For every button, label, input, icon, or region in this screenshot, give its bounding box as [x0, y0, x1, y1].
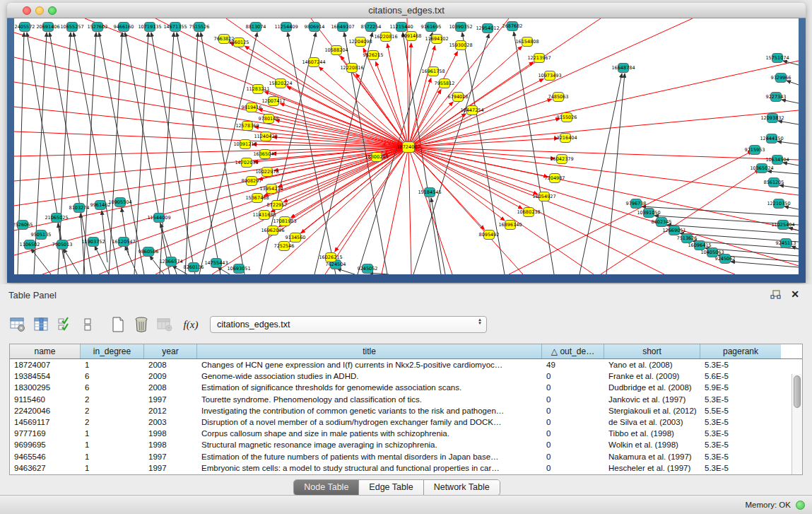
tab-node-table[interactable]: Node Table	[294, 480, 359, 495]
table-row[interactable]: 911546021997Tourette syndrome. Phenomeno…	[10, 394, 802, 405]
graph-edge-red[interactable]	[408, 18, 509, 147]
cell-name: 14569117	[10, 416, 81, 428]
column-visibility-icon[interactable]	[32, 315, 50, 334]
graph-edge-red[interactable]	[283, 147, 408, 202]
graph-edge-red[interactable]	[14, 147, 408, 156]
graph-edge-black[interactable]	[789, 228, 799, 230]
window-titlebar[interactable]: citations_edges.txt	[7, 3, 806, 18]
table-row[interactable]: 1830029562008Estimation of significance …	[10, 382, 802, 393]
graph-edge-black[interactable]	[787, 81, 799, 85]
tab-network-table[interactable]: Network Table	[424, 480, 500, 495]
graph-edge-black[interactable]	[102, 211, 107, 262]
graph-edge-red[interactable]	[387, 44, 408, 147]
cell-out_degree: 0	[542, 462, 604, 474]
graph-edge-black[interactable]	[64, 249, 79, 274]
function-builder-icon[interactable]: f(x)	[182, 315, 200, 334]
graph-edge-red[interactable]	[408, 147, 555, 158]
table-row[interactable]: 1938455462009Genome-wide association stu…	[10, 370, 802, 382]
column-header-pagerank[interactable]: pagerank	[700, 344, 781, 358]
table-row[interactable]: 969969511998Structural magnetic resonanc…	[10, 439, 802, 450]
graph-edge-red[interactable]	[14, 147, 408, 181]
table-panel-header: Table Panel ✕	[0, 284, 812, 305]
graph-edge-red[interactable]	[376, 62, 408, 147]
cell-name: 9465546	[10, 451, 81, 462]
network-canvas[interactable]: 2405572206914061065525715276029466160107…	[14, 18, 799, 274]
graph-node-label: 12366574	[159, 259, 182, 264]
graph-edge-red[interactable]	[408, 147, 799, 195]
column-header-out_degree[interactable]: △ out_de…	[542, 344, 604, 358]
cell-out_degree: 0	[542, 405, 604, 416]
graph-edge-black[interactable]	[431, 198, 445, 274]
graph-node-label: 9796738	[626, 201, 647, 206]
graph-edge-black[interactable]	[782, 100, 799, 103]
cell-name: 9777169	[10, 428, 81, 439]
graph-edge-black[interactable]	[177, 33, 220, 274]
cell-pagerank: 5.3E-5	[700, 439, 781, 450]
graph-node-label: 15367488	[245, 195, 269, 201]
cell-name: 19384554	[10, 370, 81, 382]
graph-edge-black[interactable]	[778, 121, 799, 124]
graph-node-label: 15751074	[765, 55, 789, 61]
table-row[interactable]: 2242004622012Investigating the contribut…	[10, 405, 802, 416]
select-rows-icon[interactable]	[55, 315, 73, 334]
close-panel-icon[interactable]: ✕	[791, 288, 799, 300]
table-row[interactable]: 977716911998Corpus callosum shape and si…	[10, 428, 802, 439]
graph-edge-red[interactable]	[408, 43, 411, 147]
graph-edge-red[interactable]	[14, 147, 408, 206]
graph-edge-black[interactable]	[185, 33, 198, 274]
graph-edge-red[interactable]	[259, 147, 408, 180]
graph-edge-black[interactable]	[462, 33, 505, 274]
column-header-short[interactable]: short	[604, 344, 700, 358]
graph-edge-black[interactable]	[18, 33, 24, 274]
column-header-title[interactable]: title	[197, 344, 542, 358]
graph-edge-black[interactable]	[122, 208, 129, 255]
scrollbar-thumb[interactable]	[794, 375, 801, 408]
cell-title: Estimation of the future numbers of pati…	[197, 451, 542, 462]
graph-edge-red[interactable]	[408, 147, 411, 274]
graph-node-label: 9227343	[766, 94, 787, 100]
vertical-scrollbar[interactable]	[792, 374, 802, 474]
float-panel-icon[interactable]	[770, 290, 781, 300]
graph-node-label: 7513626	[677, 235, 698, 241]
graph-edge-black[interactable]	[767, 171, 799, 174]
table-row[interactable]: 946362711997Embryonic stem cells: a mode…	[10, 462, 802, 474]
graph-node-label: 10588204	[324, 47, 348, 53]
graph-edge-red[interactable]	[408, 147, 799, 266]
table-settings-icon[interactable]	[8, 315, 27, 334]
graph-edge-black[interactable]	[777, 141, 799, 144]
graph-edge-red[interactable]	[408, 147, 735, 274]
cell-out_degree: 0	[542, 451, 604, 462]
table-row[interactable]: 1872400712008Changes of HCN gene express…	[10, 359, 802, 370]
row-height-icon[interactable]	[78, 315, 97, 334]
graph-edge-black[interactable]	[160, 33, 174, 274]
tab-edge-table[interactable]: Edge Table	[359, 480, 423, 495]
delete-column-icon[interactable]	[132, 315, 151, 334]
graph-edge-black[interactable]	[779, 185, 799, 188]
graph-edge-red[interactable]	[408, 147, 505, 221]
cell-pagerank: 5.5E-5	[700, 405, 781, 416]
table-row[interactable]: 1456911722003Disruption of a novel membe…	[10, 416, 802, 428]
graph-edge-black[interactable]	[784, 206, 799, 209]
graph-edge-red[interactable]	[408, 147, 799, 160]
graph-edge-red[interactable]	[408, 147, 452, 274]
graph-edge-red[interactable]	[319, 67, 408, 147]
cell-out_degree: 0	[542, 428, 604, 439]
column-header-name[interactable]: name	[10, 344, 81, 358]
delete-table-icon[interactable]	[155, 315, 174, 334]
graph-edge-black[interactable]	[151, 33, 195, 274]
new-column-icon[interactable]	[109, 315, 127, 334]
column-header-in_degree[interactable]: in_degree	[81, 344, 144, 358]
table-row[interactable]: 946554611997Estimation of the future num…	[10, 451, 802, 462]
graph-node-label: 14607244	[302, 59, 325, 65]
graph-edge-black[interactable]	[95, 246, 109, 274]
graph-edge-red[interactable]	[408, 147, 484, 230]
column-header-year[interactable]: year	[144, 344, 197, 358]
graph-edge-black[interactable]	[27, 33, 67, 274]
graph-node-label: 10390352	[449, 24, 472, 30]
graph-edge-black[interactable]	[783, 163, 799, 165]
graph-edge-red[interactable]	[408, 110, 799, 147]
network-table-select[interactable]: citations_edges.txt ▲▼	[210, 316, 487, 333]
graph-edge-black[interactable]	[514, 32, 554, 274]
graph-edge-black[interactable]	[337, 269, 355, 274]
graph-edge-black[interactable]	[201, 33, 245, 274]
